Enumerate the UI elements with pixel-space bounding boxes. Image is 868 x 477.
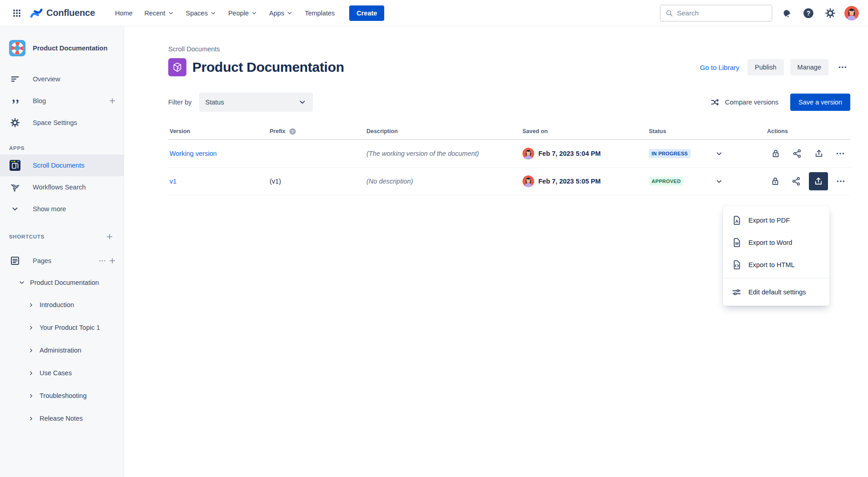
publish-button[interactable]: Publish — [748, 59, 784, 75]
saved-by-avatar — [522, 148, 534, 159]
user-avatar[interactable] — [844, 6, 859, 20]
plus-icon — [105, 233, 114, 241]
share-version-button[interactable] — [789, 145, 806, 162]
chevron-right-icon — [28, 393, 34, 399]
sliders-icon — [731, 287, 742, 298]
export-version-button[interactable] — [810, 145, 828, 162]
page-tree-item-use-cases[interactable]: Use Cases — [0, 362, 124, 384]
add-shortcut-button[interactable] — [105, 232, 115, 242]
confluence-logo[interactable]: Confluence — [30, 7, 95, 20]
space-sidebar: Product Documentation Overview Blog Spac… — [0, 26, 124, 477]
sidebar-item-space-settings[interactable]: Space Settings — [0, 112, 124, 134]
help-circle-icon[interactable]: ? — [289, 128, 296, 135]
breadcrumb[interactable]: Scroll Documents — [168, 45, 850, 53]
column-description: Description — [366, 128, 522, 134]
nav-item-home[interactable]: Home — [110, 6, 137, 20]
menu-item-export-word[interactable]: W Export to Word — [723, 231, 829, 253]
chevron-right-icon — [28, 302, 34, 308]
go-to-library-link[interactable]: Go to Library — [698, 61, 741, 74]
export-version-button-active[interactable] — [809, 172, 828, 190]
sidebar-item-blog[interactable]: Blog — [0, 90, 124, 112]
lock-icon — [770, 148, 781, 159]
shortcuts-section-heading: SHORTCUTS — [0, 232, 124, 242]
header-more-button[interactable] — [835, 60, 850, 75]
page-tree-item-troubleshooting[interactable]: Troubleshooting — [0, 384, 124, 407]
nav-item-apps[interactable]: Apps — [265, 6, 297, 20]
status-filter-select[interactable]: Status — [199, 93, 313, 112]
html-file-icon — [731, 259, 742, 270]
description-value: (The working version of the document) — [366, 150, 479, 157]
chevron-right-icon — [28, 370, 34, 376]
grid-icon — [12, 8, 22, 18]
page-tree-item-your-product-topic-1[interactable]: Your Product Topic 1 — [0, 316, 124, 339]
page-tree-item-administration[interactable]: Administration — [0, 339, 124, 362]
add-page-button[interactable] — [107, 256, 117, 266]
confluence-mark-icon — [30, 7, 43, 20]
apps-section-heading: APPS — [0, 145, 124, 151]
chevron-down-icon — [18, 279, 25, 286]
primary-nav: Home Recent Spaces People Apps Templates — [110, 6, 339, 20]
word-file-icon: W — [731, 237, 742, 248]
settings-button[interactable] — [823, 5, 838, 21]
svg-text:W: W — [735, 241, 739, 246]
sidebar-item-workflows-search[interactable]: Workflows Search — [0, 176, 124, 198]
lock-version-button[interactable] — [767, 173, 783, 189]
column-actions: Actions — [767, 128, 849, 134]
bell-icon — [781, 8, 792, 19]
app-switcher-button[interactable] — [9, 5, 25, 21]
help-icon: ? — [803, 7, 814, 19]
version-link[interactable]: Working version — [170, 150, 217, 157]
menu-item-edit-default-settings[interactable]: Edit default settings — [723, 281, 829, 303]
saved-by-avatar — [522, 175, 534, 187]
search-input[interactable] — [677, 9, 767, 17]
nav-item-people[interactable]: People — [224, 6, 262, 20]
global-search[interactable] — [660, 5, 773, 22]
sidebar-item-pages[interactable]: Pages — [0, 250, 124, 272]
sidebar-item-show-more[interactable]: Show more — [0, 198, 124, 220]
pages-more-button[interactable] — [97, 256, 107, 266]
compare-versions-button[interactable]: Compare versions — [710, 97, 778, 107]
lock-version-button[interactable] — [767, 145, 784, 162]
column-version: Version — [168, 128, 270, 134]
status-dropdown-button[interactable] — [712, 175, 726, 188]
share-icon — [792, 148, 803, 159]
space-name: Product Documentation — [33, 45, 107, 52]
share-version-button[interactable] — [788, 173, 804, 189]
space-header[interactable]: Product Documentation — [0, 40, 124, 56]
help-button[interactable]: ? — [801, 5, 816, 21]
version-link[interactable]: v1 — [170, 178, 176, 185]
save-a-version-button[interactable]: Save a version — [790, 94, 850, 111]
prefix-value: (v1) — [270, 178, 281, 185]
status-dropdown-button[interactable] — [712, 147, 726, 160]
plus-icon — [108, 257, 116, 265]
manage-button[interactable]: Manage — [790, 59, 828, 75]
menu-item-export-pdf[interactable]: Export to PDF — [723, 209, 829, 231]
page-tree-root[interactable]: Product Documentation — [0, 272, 124, 293]
versions-table-header: Version Prefix ? Description Saved on St… — [168, 124, 850, 140]
notifications-button[interactable] — [779, 5, 794, 21]
sidebar-item-scroll-documents[interactable]: Scroll Documents — [0, 154, 124, 176]
share-icon — [791, 176, 802, 187]
export-dropdown-menu: Export to PDF W Export to Word Export to… — [723, 206, 829, 306]
nav-item-spaces[interactable]: Spaces — [181, 6, 221, 20]
row-more-button[interactable] — [833, 173, 849, 189]
create-button[interactable]: Create — [349, 5, 384, 21]
brand-name: Confluence — [46, 8, 95, 18]
top-navigation-bar: Confluence Home Recent Spaces People App… — [0, 0, 868, 26]
page-title: Product Documentation — [192, 60, 344, 75]
page-tree-item-introduction[interactable]: Introduction — [0, 293, 124, 316]
plus-icon — [108, 97, 116, 105]
chevron-right-icon — [28, 325, 34, 331]
svg-text:?: ? — [291, 129, 294, 134]
add-blog-button[interactable] — [107, 96, 117, 106]
page-tree-item-release-notes[interactable]: Release Notes — [0, 407, 124, 430]
gear-icon — [9, 118, 21, 128]
row-more-button[interactable] — [832, 145, 849, 162]
nav-item-recent[interactable]: Recent — [140, 6, 179, 20]
nav-item-templates[interactable]: Templates — [300, 6, 339, 20]
compare-shuffle-icon — [710, 97, 720, 107]
menu-item-export-html[interactable]: Export to HTML — [723, 253, 829, 276]
versions-table: Version Prefix ? Description Saved on St… — [168, 124, 850, 195]
sidebar-item-overview[interactable]: Overview — [0, 68, 124, 90]
workflows-pinwheel-icon — [9, 182, 21, 193]
